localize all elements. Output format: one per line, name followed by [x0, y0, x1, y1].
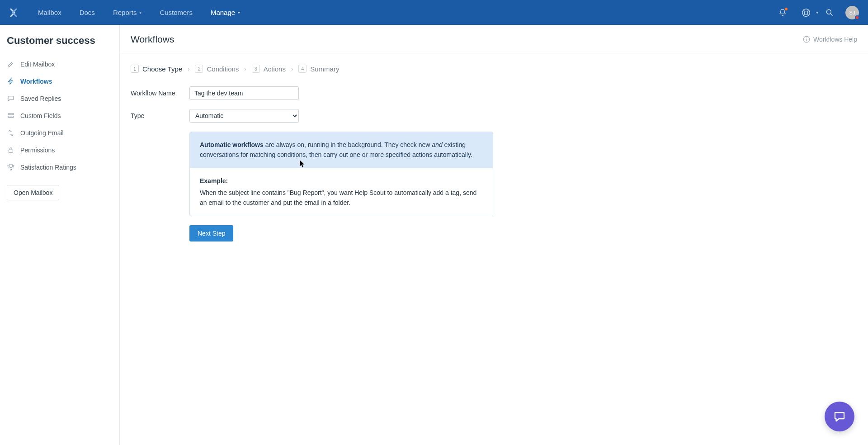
- chat-fab[interactable]: [825, 402, 854, 431]
- pencil-icon: [7, 60, 15, 68]
- chevron-right-icon: ›: [291, 66, 293, 72]
- info-panel-example: Example: When the subject line contains …: [190, 168, 493, 216]
- sidebar-item-label: Workflows: [20, 78, 52, 85]
- sidebar-item-label: Satisfaction Ratings: [20, 164, 76, 171]
- example-body: When the subject line contains "Bug Repo…: [200, 189, 476, 206]
- sidebar-item-edit-mailbox[interactable]: Edit Mailbox: [0, 56, 119, 73]
- chevron-down-icon: ▾: [816, 10, 818, 15]
- workflows-help-link[interactable]: Workflows Help: [802, 35, 857, 43]
- svg-rect-6: [9, 150, 13, 152]
- top-nav: Mailbox Docs Reports ▾ Customers Manage …: [0, 0, 868, 25]
- sidebar-item-label: Edit Mailbox: [20, 61, 55, 68]
- trophy-icon: [7, 163, 15, 171]
- sidebar-item-workflows[interactable]: Workflows: [0, 73, 119, 90]
- wizard-step-2[interactable]: 2Conditions: [195, 65, 239, 73]
- nav-manage[interactable]: Manage ▾: [202, 0, 249, 25]
- list-icon: [7, 112, 15, 120]
- search-icon: [825, 8, 834, 17]
- sidebar-item-satisfaction[interactable]: Satisfaction Ratings: [0, 159, 119, 176]
- wizard-step-label: Choose Type: [142, 65, 182, 73]
- lock-icon: [7, 146, 15, 154]
- wizard-steps: 1Choose Type › 2Conditions › 3Actions › …: [131, 65, 857, 73]
- wizard-step-1[interactable]: 1Choose Type: [131, 65, 182, 73]
- avatar-initials: SJ: [849, 10, 855, 15]
- wizard-step-label: Conditions: [207, 65, 239, 73]
- page-title: Workflows: [131, 34, 174, 45]
- chevron-right-icon: ›: [244, 66, 246, 72]
- info-text: are always on, running in the background…: [264, 141, 432, 148]
- chevron-right-icon: ›: [188, 66, 189, 72]
- lifebuoy-icon: [801, 8, 811, 18]
- chat-icon: [7, 95, 15, 103]
- workflow-name-label: Workflow Name: [131, 90, 189, 97]
- sidebar: Customer success Edit Mailbox Workflows …: [0, 25, 120, 445]
- helpscout-logo-icon: [8, 7, 19, 18]
- svg-line-3: [831, 14, 833, 15]
- info-em: and: [432, 141, 442, 148]
- workflow-type-label: Type: [131, 112, 189, 119]
- svg-point-2: [826, 9, 831, 14]
- info-strong: Automatic workflows: [200, 141, 264, 148]
- status-dot: [855, 15, 859, 20]
- wizard-step-3[interactable]: 3Actions: [252, 65, 286, 73]
- chevron-down-icon: ▾: [139, 0, 142, 25]
- workflow-info-panel: Automatic workflows are always on, runni…: [189, 132, 493, 216]
- svg-point-1: [804, 11, 807, 14]
- notifications-button[interactable]: [775, 5, 790, 20]
- wizard-step-label: Summary: [310, 65, 339, 73]
- open-mailbox-button[interactable]: Open Mailbox: [7, 185, 59, 200]
- logo[interactable]: [5, 0, 23, 25]
- sidebar-item-label: Saved Replies: [20, 95, 61, 102]
- sidebar-item-label: Outgoing Email: [20, 129, 64, 137]
- notification-dot: [784, 7, 788, 11]
- connection-icon: [7, 129, 15, 137]
- search-button[interactable]: [822, 5, 837, 20]
- next-step-button[interactable]: Next Step: [189, 225, 233, 241]
- wizard-step-4[interactable]: 4Summary: [298, 65, 339, 73]
- example-title: Example:: [200, 176, 483, 186]
- sidebar-title: Customer success: [0, 33, 119, 56]
- sidebar-item-custom-fields[interactable]: Custom Fields: [0, 107, 119, 124]
- info-panel-description: Automatic workflows are always on, runni…: [190, 132, 493, 168]
- svg-point-9: [806, 38, 807, 38]
- sidebar-item-label: Custom Fields: [20, 112, 61, 119]
- info-icon: [802, 35, 811, 43]
- nav-reports[interactable]: Reports ▾: [104, 0, 151, 25]
- bolt-icon: [7, 77, 15, 85]
- sidebar-item-permissions[interactable]: Permissions: [0, 142, 119, 159]
- workflow-name-input[interactable]: [189, 86, 299, 100]
- nav-manage-label: Manage: [211, 0, 235, 25]
- nav-mailbox[interactable]: Mailbox: [29, 0, 71, 25]
- workflow-type-select[interactable]: Automatic Manual: [189, 109, 299, 123]
- chevron-down-icon: ▾: [238, 0, 240, 25]
- svg-rect-4: [8, 114, 14, 115]
- support-menu[interactable]: ▾: [798, 5, 814, 20]
- wizard-step-label: Actions: [264, 65, 286, 73]
- sidebar-item-saved-replies[interactable]: Saved Replies: [0, 90, 119, 107]
- sidebar-item-label: Permissions: [20, 147, 55, 154]
- nav-reports-label: Reports: [113, 0, 137, 25]
- user-avatar[interactable]: SJ: [845, 6, 859, 19]
- nav-docs[interactable]: Docs: [71, 0, 104, 25]
- nav-customers[interactable]: Customers: [151, 0, 202, 25]
- help-link-label: Workflows Help: [813, 36, 857, 43]
- svg-rect-5: [8, 116, 14, 118]
- sidebar-item-outgoing-email[interactable]: Outgoing Email: [0, 124, 119, 142]
- chat-bubble-icon: [833, 410, 846, 423]
